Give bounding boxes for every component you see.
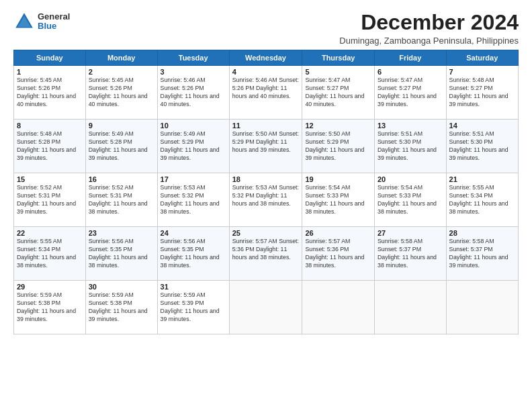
calendar-week-row: 15Sunrise: 5:52 AM Sunset: 5:31 PM Dayli… <box>14 173 519 227</box>
header: General Blue December 2024 Dumingag, Zam… <box>13 11 519 46</box>
table-row: 1Sunrise: 5:45 AM Sunset: 5:26 PM Daylig… <box>14 66 86 120</box>
day-number: 28 <box>449 229 515 237</box>
calendar-header-row: Sunday Monday Tuesday Wednesday Thursday… <box>14 50 519 66</box>
calendar-week-row: 22Sunrise: 5:55 AM Sunset: 5:34 PM Dayli… <box>14 227 519 281</box>
logo-text: General Blue <box>38 12 70 32</box>
page: General Blue December 2024 Dumingag, Zam… <box>0 0 532 411</box>
day-number: 25 <box>232 229 300 237</box>
table-row: 9Sunrise: 5:49 AM Sunset: 5:28 PM Daylig… <box>85 120 157 173</box>
table-row: 10Sunrise: 5:49 AM Sunset: 5:29 PM Dayli… <box>157 120 229 173</box>
table-row: 29Sunrise: 5:59 AM Sunset: 5:38 PM Dayli… <box>14 281 86 334</box>
table-row: 7Sunrise: 5:48 AM Sunset: 5:27 PM Daylig… <box>446 66 518 120</box>
header-sunday: Sunday <box>14 50 86 66</box>
table-row: 27Sunrise: 5:58 AM Sunset: 5:37 PM Dayli… <box>374 227 446 281</box>
day-number: 26 <box>305 229 371 237</box>
table-row: 5Sunrise: 5:47 AM Sunset: 5:27 PM Daylig… <box>302 66 375 120</box>
table-row: 13Sunrise: 5:51 AM Sunset: 5:30 PM Dayli… <box>374 120 446 173</box>
table-row: 25Sunrise: 5:57 AM Sunset: 5:36 PM Dayli… <box>229 227 302 281</box>
table-row: 11Sunrise: 5:50 AM Sunset: 5:29 PM Dayli… <box>229 120 302 173</box>
day-number: 16 <box>89 175 154 183</box>
day-info: Sunrise: 5:56 AM Sunset: 5:35 PM Dayligh… <box>161 238 226 270</box>
table-row: 21Sunrise: 5:55 AM Sunset: 5:34 PM Dayli… <box>446 173 518 227</box>
day-number: 11 <box>232 122 300 130</box>
day-info: Sunrise: 5:50 AM Sunset: 5:29 PM Dayligh… <box>232 130 300 154</box>
day-info: Sunrise: 5:47 AM Sunset: 5:27 PM Dayligh… <box>305 77 371 109</box>
day-number: 12 <box>305 122 371 130</box>
day-info: Sunrise: 5:54 AM Sunset: 5:33 PM Dayligh… <box>305 184 371 216</box>
header-friday: Friday <box>374 50 446 66</box>
table-row: 30Sunrise: 5:59 AM Sunset: 5:38 PM Dayli… <box>85 281 157 334</box>
table-row: 19Sunrise: 5:54 AM Sunset: 5:33 PM Dayli… <box>302 173 375 227</box>
day-info: Sunrise: 5:58 AM Sunset: 5:37 PM Dayligh… <box>378 238 443 270</box>
day-info: Sunrise: 5:50 AM Sunset: 5:29 PM Dayligh… <box>305 130 371 163</box>
day-number: 20 <box>378 175 443 183</box>
day-info: Sunrise: 5:51 AM Sunset: 5:30 PM Dayligh… <box>449 130 515 163</box>
table-row: 18Sunrise: 5:53 AM Sunset: 5:32 PM Dayli… <box>229 173 302 227</box>
day-number: 3 <box>161 68 226 76</box>
table-row: 6Sunrise: 5:47 AM Sunset: 5:27 PM Daylig… <box>374 66 446 120</box>
table-row: 24Sunrise: 5:56 AM Sunset: 5:35 PM Dayli… <box>157 227 229 281</box>
table-row: 14Sunrise: 5:51 AM Sunset: 5:30 PM Dayli… <box>446 120 518 173</box>
day-info: Sunrise: 5:49 AM Sunset: 5:29 PM Dayligh… <box>161 130 226 163</box>
logo-general: General <box>38 11 70 21</box>
calendar-week-row: 1Sunrise: 5:45 AM Sunset: 5:26 PM Daylig… <box>14 66 519 120</box>
day-info: Sunrise: 5:57 AM Sunset: 5:36 PM Dayligh… <box>305 238 371 270</box>
day-info: Sunrise: 5:59 AM Sunset: 5:38 PM Dayligh… <box>89 291 154 324</box>
table-row: 8Sunrise: 5:48 AM Sunset: 5:28 PM Daylig… <box>14 120 86 173</box>
header-monday: Monday <box>85 50 157 66</box>
day-info: Sunrise: 5:56 AM Sunset: 5:35 PM Dayligh… <box>89 238 154 270</box>
day-number: 14 <box>449 122 515 130</box>
table-row: 3Sunrise: 5:46 AM Sunset: 5:26 PM Daylig… <box>157 66 229 120</box>
day-number: 22 <box>17 229 83 237</box>
header-wednesday: Wednesday <box>229 50 302 66</box>
table-row: 17Sunrise: 5:53 AM Sunset: 5:32 PM Dayli… <box>157 173 229 227</box>
title-block: December 2024 Dumingag, Zamboanga Penins… <box>339 11 519 46</box>
day-info: Sunrise: 5:48 AM Sunset: 5:28 PM Dayligh… <box>17 130 83 163</box>
day-info: Sunrise: 5:54 AM Sunset: 5:33 PM Dayligh… <box>378 184 443 216</box>
day-info: Sunrise: 5:51 AM Sunset: 5:30 PM Dayligh… <box>378 130 443 163</box>
day-info: Sunrise: 5:55 AM Sunset: 5:34 PM Dayligh… <box>17 238 83 270</box>
day-info: Sunrise: 5:45 AM Sunset: 5:26 PM Dayligh… <box>17 77 83 109</box>
calendar-week-row: 8Sunrise: 5:48 AM Sunset: 5:28 PM Daylig… <box>14 120 519 173</box>
table-row: 22Sunrise: 5:55 AM Sunset: 5:34 PM Dayli… <box>14 227 86 281</box>
day-number: 7 <box>449 68 515 76</box>
table-row: 26Sunrise: 5:57 AM Sunset: 5:36 PM Dayli… <box>302 227 375 281</box>
day-info: Sunrise: 5:53 AM Sunset: 5:32 PM Dayligh… <box>232 184 300 208</box>
day-info: Sunrise: 5:53 AM Sunset: 5:32 PM Dayligh… <box>161 184 226 216</box>
table-row: 12Sunrise: 5:50 AM Sunset: 5:29 PM Dayli… <box>302 120 375 173</box>
day-info: Sunrise: 5:46 AM Sunset: 5:26 PM Dayligh… <box>161 77 226 109</box>
day-number: 18 <box>232 175 300 183</box>
day-number: 23 <box>89 229 154 237</box>
table-row <box>229 281 302 334</box>
day-info: Sunrise: 5:59 AM Sunset: 5:38 PM Dayligh… <box>17 291 83 324</box>
table-row <box>446 281 518 334</box>
day-number: 31 <box>161 283 226 291</box>
day-info: Sunrise: 5:52 AM Sunset: 5:31 PM Dayligh… <box>89 184 154 216</box>
table-row: 28Sunrise: 5:58 AM Sunset: 5:37 PM Dayli… <box>446 227 518 281</box>
day-info: Sunrise: 5:48 AM Sunset: 5:27 PM Dayligh… <box>449 77 515 109</box>
day-number: 4 <box>232 68 300 76</box>
day-number: 24 <box>161 229 226 237</box>
day-info: Sunrise: 5:57 AM Sunset: 5:36 PM Dayligh… <box>232 238 300 262</box>
table-row: 23Sunrise: 5:56 AM Sunset: 5:35 PM Dayli… <box>85 227 157 281</box>
day-number: 29 <box>17 283 83 291</box>
day-number: 8 <box>17 122 83 130</box>
day-info: Sunrise: 5:46 AM Sunset: 5:26 PM Dayligh… <box>232 77 300 101</box>
day-number: 10 <box>161 122 226 130</box>
subtitle: Dumingag, Zamboanga Peninsula, Philippin… <box>339 36 519 46</box>
day-number: 5 <box>305 68 371 76</box>
day-number: 30 <box>89 283 154 291</box>
table-row <box>302 281 375 334</box>
day-info: Sunrise: 5:45 AM Sunset: 5:26 PM Dayligh… <box>89 77 154 109</box>
day-number: 9 <box>89 122 154 130</box>
month-title: December 2024 <box>339 11 519 34</box>
day-number: 13 <box>378 122 443 130</box>
day-info: Sunrise: 5:47 AM Sunset: 5:27 PM Dayligh… <box>378 77 443 109</box>
calendar-table: Sunday Monday Tuesday Wednesday Thursday… <box>13 50 519 334</box>
day-number: 19 <box>305 175 371 183</box>
header-saturday: Saturday <box>446 50 518 66</box>
table-row <box>374 281 446 334</box>
day-info: Sunrise: 5:58 AM Sunset: 5:37 PM Dayligh… <box>449 238 515 270</box>
table-row: 31Sunrise: 5:59 AM Sunset: 5:39 PM Dayli… <box>157 281 229 334</box>
logo-icon <box>13 11 35 32</box>
